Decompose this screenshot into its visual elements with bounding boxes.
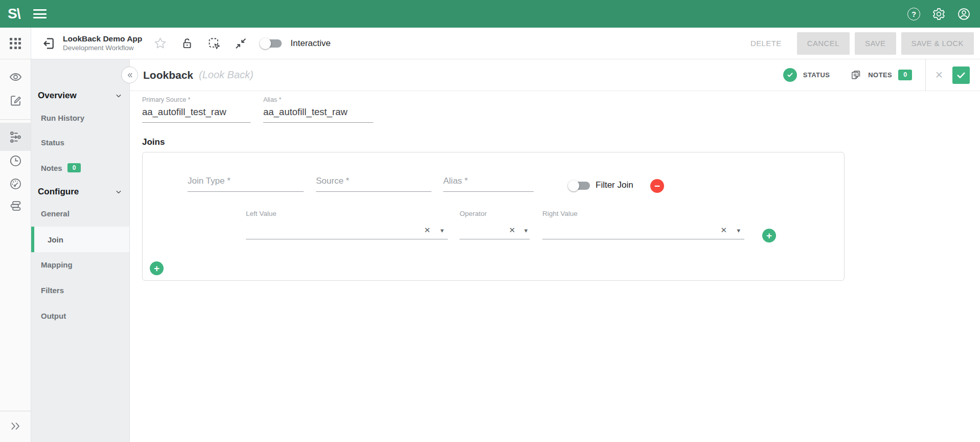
chevron-down-icon [115, 92, 122, 99]
save-lock-button[interactable]: SAVE & LOCK [901, 32, 974, 55]
plus-icon: + [154, 263, 159, 273]
notes-count-badge: 0 [67, 163, 81, 172]
sidebar-item-output[interactable]: Output [31, 308, 129, 323]
double-chevron-left-icon [126, 71, 134, 79]
panel-header-actions: STATUS NOTES 0 ✕ [783, 59, 980, 91]
dashboard-gauge-icon[interactable] [0, 177, 31, 191]
alias-input[interactable] [263, 106, 373, 123]
favorite-star-icon[interactable] [153, 36, 167, 50]
alias-label: Alias * [263, 96, 373, 103]
join-type-input[interactable] [188, 176, 304, 192]
workflow-type: Development Workflow [63, 44, 142, 53]
sidebar-item-notes[interactable]: Notes 0 [31, 161, 129, 175]
interactive-label: Interactive [290, 38, 330, 49]
step-title: Lookback [143, 69, 193, 81]
preview-eye-icon[interactable] [0, 70, 31, 84]
notes-count-badge: 0 [898, 70, 912, 80]
top-app-bar: S\ ? [0, 0, 980, 28]
status-ok-icon[interactable] [783, 68, 797, 82]
main-panel: Lookback (Look Back) STATUS NOTES 0 [130, 59, 980, 442]
app-window: S\ ? [0, 0, 980, 442]
sidebar-item-general[interactable]: General [31, 206, 129, 220]
clear-icon[interactable]: ✕ [509, 226, 515, 235]
collapse-panel-button[interactable] [121, 67, 138, 83]
history-clock-icon[interactable] [0, 154, 31, 168]
join-config-form: Primary Source * Alias * Joins Filter Jo… [130, 91, 980, 281]
dropdown-caret-icon[interactable]: ▾ [737, 227, 740, 234]
cancel-button[interactable]: CANCEL [797, 32, 850, 55]
lock-icon[interactable] [180, 37, 194, 50]
joins-panel: Filter Join − Left Value Operator Right … [142, 152, 845, 281]
primary-source-field-group: Primary Source * [142, 96, 250, 123]
sidebar-item-join[interactable]: Join [31, 227, 129, 252]
data-stack-icon[interactable] [0, 199, 31, 213]
filter-join-label: Filter Join [596, 180, 633, 190]
clear-icon[interactable]: ✕ [424, 226, 430, 235]
left-value-select[interactable]: ✕ ▾ [246, 220, 448, 239]
delete-button[interactable]: DELETE [740, 32, 792, 55]
confirm-button[interactable] [952, 67, 970, 84]
workflow-steps-icon[interactable] [0, 130, 31, 144]
status-label[interactable]: STATUS [803, 71, 830, 79]
header-divider [925, 59, 926, 91]
right-value-select[interactable]: ✕ ▾ [542, 220, 744, 239]
icon-rail [0, 59, 31, 442]
dropdown-caret-icon[interactable]: ▾ [440, 227, 444, 234]
brand-logo[interactable]: S\ [8, 6, 20, 22]
workflow-toolbar: LookBack Demo App Development Workflow [0, 28, 980, 59]
joins-heading: Joins [142, 137, 980, 147]
chevron-down-icon [115, 188, 122, 195]
join-source-input[interactable] [316, 176, 431, 192]
check-icon [956, 70, 966, 80]
filter-join-toggle[interactable] [568, 180, 591, 192]
add-condition-button[interactable]: + [762, 229, 776, 242]
operator-label: Operator [460, 210, 487, 217]
close-icon[interactable]: ✕ [933, 69, 945, 81]
interactive-toggle[interactable] [260, 37, 283, 50]
rail-divider-bottom [0, 411, 31, 411]
alias-field-group: Alias * [263, 96, 373, 123]
plus-icon: + [766, 231, 772, 240]
save-button[interactable]: SAVE [855, 32, 896, 55]
primary-source-input[interactable] [142, 106, 250, 123]
sidebar-item-filters[interactable]: Filters [31, 283, 129, 297]
right-value-label: Right Value [542, 210, 578, 217]
minus-icon: − [654, 181, 660, 191]
sidebar-item-mapping[interactable]: Mapping [31, 257, 129, 272]
settings-gear-icon[interactable] [932, 7, 946, 21]
topbar-actions: ? [907, 7, 980, 21]
help-glyph: ? [911, 10, 916, 18]
add-join-button[interactable]: + [150, 261, 164, 275]
sidebar-item-run-history[interactable]: Run History [31, 110, 129, 125]
left-value-label: Left Value [246, 210, 277, 217]
help-icon[interactable]: ? [907, 7, 921, 21]
toolbar-buttons: DELETE CANCEL SAVE SAVE & LOCK [740, 32, 980, 55]
dropdown-caret-icon[interactable]: ▾ [524, 227, 528, 234]
remove-join-button[interactable]: − [650, 179, 664, 193]
rail-divider-top [0, 119, 31, 120]
edit-icon[interactable] [0, 94, 31, 107]
workflow-name: LookBack Demo App [63, 34, 142, 43]
section-label: Overview [38, 91, 77, 101]
panel-header: Lookback (Look Back) STATUS NOTES 0 [130, 59, 980, 91]
expand-rail-icon[interactable] [0, 419, 31, 433]
clear-icon[interactable]: ✕ [720, 226, 727, 235]
collapse-fullscreen-icon[interactable] [234, 37, 247, 50]
hamburger-menu-icon[interactable] [33, 9, 47, 18]
exit-workflow-icon[interactable] [41, 36, 56, 51]
sidebar-item-status[interactable]: Status [31, 135, 129, 149]
config-sidebar: Overview Run History Status Notes 0 Conf… [31, 59, 130, 442]
sidebar-section-configure[interactable]: Configure [31, 184, 129, 200]
operator-select[interactable]: ✕ ▾ [460, 220, 530, 239]
notes-icon[interactable] [850, 69, 862, 81]
notes-label[interactable]: NOTES [868, 71, 892, 79]
step-subtitle: (Look Back) [199, 69, 254, 81]
sidebar-section-overview[interactable]: Overview [31, 88, 129, 103]
apps-grid-icon[interactable] [0, 28, 31, 59]
primary-source-label: Primary Source * [142, 96, 250, 103]
section-label: Configure [38, 187, 79, 197]
marquee-select-icon[interactable] [207, 36, 221, 50]
workflow-title-block: LookBack Demo App Development Workflow [63, 34, 142, 52]
join-alias-input[interactable] [443, 176, 534, 192]
account-icon[interactable] [957, 7, 971, 21]
